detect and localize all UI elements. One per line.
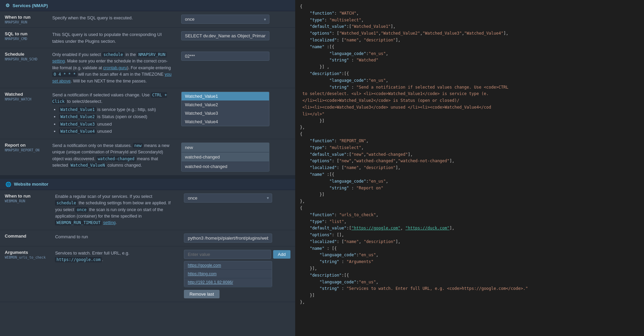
nmap-watched-desc: Send a notification if selected values c… [52,92,167,104]
webmon-arguments-key: WEBMON_urls_to_check [5,256,45,259]
webmon-timeout-code: WEBMON_RUN_TIMEOUT [55,220,102,225]
webmon-schedule-code: schedule [55,200,77,206]
nmap-section-header: ⚙ Services (NMAP) [0,0,295,11]
new-code: new [133,143,143,148]
webmon-url-item-2[interactable]: https://bing.com [184,270,272,278]
watched-changed-code: watched-changed [96,156,136,162]
nmap-watched-label: Watched [5,92,43,97]
webmon-command-desc: Command to run [55,234,88,239]
crontab-link[interactable]: crontab.guru [103,66,127,70]
nmap-when-to-run-key: NMAPSRV_RUN [5,20,43,24]
nmap-sql-label: SQL to run [5,31,43,36]
nmap-when-to-run-select[interactable]: once schedule disabled [181,15,269,24]
webmon-url-example: https://google.com [55,257,102,262]
nmap-section-title: Services (NMAP) [13,3,48,8]
report-option-watched-changed[interactable]: watched-changed [182,152,269,162]
webmon-when-to-run-select[interactable]: once schedule disabled [184,193,272,203]
section-divider [0,175,295,179]
nmap-schedule-label: Schedule [5,52,43,57]
webmon-icon: 🌐 [5,182,11,187]
schedule-setting-link[interactable]: setting [52,59,65,63]
nmap-schedule-row: Schedule NMAPSRV_RUN_SCHD Only enabled i… [0,48,295,88]
webmon-setting-link[interactable]: setting [103,220,116,225]
webmon-command-input[interactable] [184,234,272,243]
webmon-when-to-run-label: When to run [5,193,45,199]
webmon-once-code: once [75,207,88,212]
webmon-when-to-run-row: When to run WEBMON_RUN Enable a regular … [0,190,295,230]
nmap-when-to-run-select-wrapper[interactable]: once schedule disabled [181,15,269,24]
watched-list-item-4: Watched_Value4 unused [59,128,172,135]
nmap-schedule-input[interactable] [181,52,269,61]
webmon-when-to-run-select-wrapper[interactable]: once schedule disabled [184,193,272,203]
webmon-url-item-1[interactable]: https://google.com [184,261,272,270]
nmap-watched-multiselect[interactable]: Watched_Value1 Watched_Value2 Watched_Va… [181,92,269,126]
watched-option-4[interactable]: Watched_Value4 [182,117,269,126]
nmap-watched-key: NMAPSRV_WATCH [5,97,43,101]
webmon-remove-last-button[interactable]: Remove last [184,290,219,298]
webmon-arguments-label: Arguments [5,250,45,255]
watched-list-item-1: Watched_Value1 is service type (e.g.: ht… [59,106,172,113]
watched-option-2[interactable]: Watched_Value2 [182,100,269,109]
webmon-when-to-run-key: WEBMON_RUN [5,199,45,203]
nmap-when-to-run-row: When to run NMAPSRV_RUN Specify when the… [0,11,295,28]
webmon-url-input[interactable] [184,250,271,259]
nmap-sql-input[interactable] [181,31,269,40]
webmon-command-row: Command Command to run [0,230,295,246]
webmon-config-table: When to run WEBMON_RUN Enable a regular … [0,190,295,302]
watched-option-1[interactable]: Watched_Value1 [182,92,269,100]
nmap-report-on-key: NMAPSRV_REPORT_ON [5,148,43,152]
right-panel: { "function": "WATCH", "type": "multisel… [295,0,644,336]
nmap-sql-row: SQL to run NMAPSRV_CMD This SQL query is… [0,28,295,48]
watched-option-3[interactable]: Watched_Value3 [182,109,269,117]
report-option-new[interactable]: new [182,143,269,152]
webmon-add-button[interactable]: Add [273,250,290,259]
watched-list-item-3: Watched_Value3 unused [59,121,172,128]
left-panel: ⚙ Services (NMAP) When to run NMAPSRV_RU… [0,0,295,336]
nmap-report-on-row: Report on NMAPSRV_REPORT_ON Send a notif… [0,139,295,175]
webmon-section-title: Website monitor [14,182,49,187]
nmap-icon: ⚙ [5,3,10,8]
webmon-url-item-3[interactable]: http://192.168.1.82:8086/ [184,278,272,287]
nmap-schedule-key: NMAPSRV_RUN_SCHD [5,57,43,61]
webmon-section-header: 🌐 Website monitor [0,179,295,190]
watched-list: Watched_Value1 is service type (e.g.: ht… [59,106,172,135]
watchedn-code: Watched_ValueN [69,163,106,168]
nmap-config-table: When to run NMAPSRV_RUN Specify when the… [0,11,295,175]
nmap-when-to-run-label: When to run [5,15,43,20]
nmap-sql-key: NMAPSRV_CMD [5,37,43,41]
webmon-url-list: https://google.com https://bing.com http… [184,261,272,287]
nmap-watched-row: Watched NMAPSRV_WATCH Send a notificatio… [0,88,295,139]
nmap-when-to-run-desc: Specify when the SQL query is executed. [52,15,133,20]
ctrl-code: CTRL + Click [52,92,167,105]
nmap-report-on-multiselect[interactable]: new watched-changed watched-not-changed [181,143,269,172]
webmon-add-row: Add [184,250,290,259]
webmon-command-label: Command [5,234,45,239]
schedule-example: 0 4 * * * [52,72,77,77]
webmon-arguments-row: Arguments WEBMON_urls_to_check Services … [0,246,295,302]
report-option-watched-not-changed[interactable]: watched-not-changed [182,162,269,171]
schedule-code2: NMAPSRV_RUN [137,52,167,57]
nmap-sql-desc: This SQL query is used to populate the c… [52,32,162,44]
json-content: { "function": "WATCH", "type": "multisel… [300,3,639,306]
schedule-code1: schedule [102,52,125,57]
watched-list-item-2: Watched_Value2 is Status (open or closed… [59,113,172,120]
nmap-report-on-label: Report on [5,143,43,148]
